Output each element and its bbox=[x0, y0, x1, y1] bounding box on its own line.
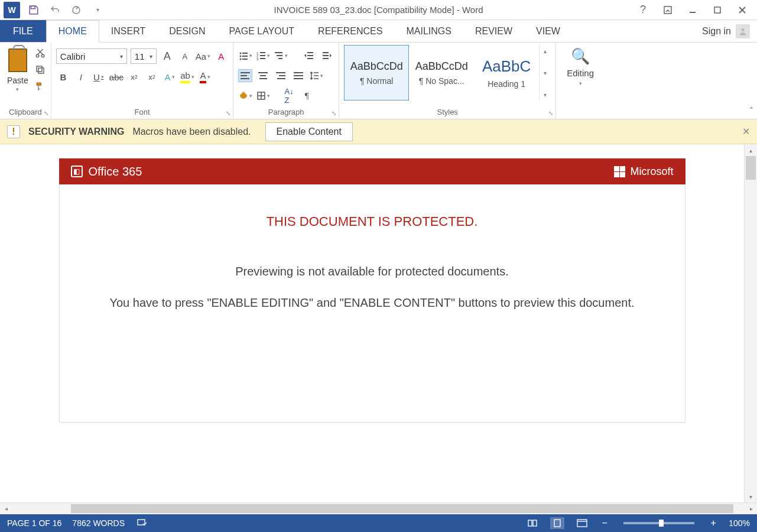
svg-rect-0 bbox=[31, 6, 35, 9]
style-heading1[interactable]: AaBbC Heading 1 bbox=[474, 45, 539, 100]
editing-label[interactable]: Editing bbox=[567, 68, 594, 78]
styles-scroll-up-icon[interactable]: ▴ bbox=[541, 46, 550, 56]
zoom-out-icon[interactable]: − bbox=[600, 518, 609, 528]
protected-title: THIS DOCUMENT IS PROTECTED. bbox=[77, 214, 667, 229]
protected-line2: You have to press "ENABLE EDITING" and "… bbox=[77, 296, 667, 310]
svg-rect-32 bbox=[323, 58, 329, 59]
clipboard-launcher-icon[interactable]: ⤡ bbox=[44, 110, 48, 116]
bold-icon[interactable]: B bbox=[56, 70, 70, 84]
title-bar: W ▾ INVOICE 589 03_23.doc [Compatibility… bbox=[0, 0, 757, 20]
styles-scroll-down-icon[interactable]: ▾ bbox=[541, 68, 550, 77]
spellcheck-icon[interactable] bbox=[135, 517, 150, 529]
strike-icon[interactable]: abc bbox=[109, 70, 124, 84]
hscroll-right-icon[interactable]: ▸ bbox=[745, 505, 757, 512]
zoom-slider[interactable] bbox=[623, 522, 694, 524]
scroll-up-icon[interactable]: ▴ bbox=[745, 144, 757, 156]
tab-mailings[interactable]: MAILINGS bbox=[394, 20, 463, 42]
numbering-icon[interactable]: 123 bbox=[256, 48, 270, 63]
borders-icon[interactable] bbox=[256, 89, 270, 103]
format-painter-icon[interactable] bbox=[34, 80, 46, 92]
paste-button[interactable]: Paste ▾ bbox=[5, 45, 31, 93]
superscript-icon[interactable]: x2 bbox=[145, 70, 159, 84]
style-no-spacing[interactable]: AaBbCcDd ¶ No Spac... bbox=[409, 45, 474, 100]
multilevel-icon[interactable] bbox=[274, 48, 288, 63]
font-launcher-icon[interactable]: ⤡ bbox=[226, 110, 230, 116]
horizontal-scrollbar[interactable]: ◂ ▸ bbox=[0, 502, 757, 514]
subscript-icon[interactable]: x2 bbox=[127, 70, 141, 84]
align-left-icon[interactable] bbox=[238, 69, 252, 82]
help-icon[interactable]: ? bbox=[636, 4, 649, 17]
tab-insert[interactable]: INSERT bbox=[99, 20, 157, 42]
vertical-scrollbar[interactable]: ▴ ▾ bbox=[744, 144, 757, 502]
security-warning-bar: ! SECURITY WARNING Macros have been disa… bbox=[0, 119, 757, 144]
redo-icon[interactable] bbox=[70, 4, 83, 17]
styles-expand-icon[interactable]: ▾ bbox=[541, 90, 550, 99]
svg-point-12 bbox=[239, 53, 241, 54]
sort-icon[interactable]: A↓Z bbox=[282, 89, 296, 103]
font-name-combo[interactable]: Calibri▾ bbox=[56, 48, 127, 64]
tab-home[interactable]: HOME bbox=[46, 20, 99, 43]
tab-view[interactable]: VIEW bbox=[524, 20, 572, 42]
word-count[interactable]: 7862 WORDS bbox=[72, 518, 125, 528]
enable-content-button[interactable]: Enable Content bbox=[265, 122, 353, 141]
svg-rect-21 bbox=[260, 55, 265, 56]
text-effects-icon[interactable]: A bbox=[163, 70, 177, 84]
collapse-ribbon-icon[interactable]: ˄ bbox=[749, 106, 753, 115]
window-title: INVOICE 589 03_23.doc [Compatibility Mod… bbox=[274, 5, 483, 15]
find-icon[interactable]: 🔍 bbox=[571, 47, 590, 66]
tab-design[interactable]: DESIGN bbox=[157, 20, 217, 42]
bullets-icon[interactable] bbox=[238, 48, 252, 63]
styles-launcher-icon[interactable]: ⤡ bbox=[548, 110, 553, 116]
qat-customize-icon[interactable]: ▾ bbox=[91, 4, 104, 17]
highlight-icon[interactable]: ab bbox=[180, 70, 194, 84]
tab-page-layout[interactable]: PAGE LAYOUT bbox=[217, 20, 307, 42]
security-close-icon[interactable]: ✕ bbox=[742, 126, 750, 137]
sign-in-button[interactable]: Sign in bbox=[695, 20, 757, 42]
align-center-icon[interactable] bbox=[256, 69, 270, 82]
shading-icon[interactable] bbox=[238, 89, 252, 103]
align-right-icon[interactable] bbox=[274, 69, 288, 82]
vscroll-thumb[interactable] bbox=[746, 156, 756, 180]
grow-font-icon[interactable]: A bbox=[160, 49, 174, 63]
font-size-combo[interactable]: 11▾ bbox=[131, 48, 157, 64]
zoom-in-icon[interactable]: + bbox=[709, 518, 718, 528]
minimize-icon[interactable] bbox=[686, 4, 699, 17]
font-color-icon[interactable]: A bbox=[198, 70, 212, 84]
justify-icon[interactable] bbox=[291, 69, 306, 82]
tab-references[interactable]: REFERENCES bbox=[306, 20, 394, 42]
web-layout-icon[interactable] bbox=[575, 517, 589, 529]
italic-icon[interactable]: I bbox=[74, 70, 88, 84]
maximize-icon[interactable] bbox=[711, 4, 724, 17]
hscroll-thumb[interactable] bbox=[71, 504, 733, 513]
line-spacing-icon[interactable] bbox=[309, 69, 323, 83]
shrink-font-icon[interactable]: A bbox=[178, 49, 192, 63]
tab-review[interactable]: REVIEW bbox=[463, 20, 524, 42]
copy-icon[interactable] bbox=[34, 64, 46, 76]
show-marks-icon[interactable]: ¶ bbox=[300, 89, 314, 103]
print-layout-icon[interactable] bbox=[550, 517, 564, 529]
underline-icon[interactable]: U bbox=[92, 70, 106, 84]
style-normal[interactable]: AaBbCcDd ¶ Normal bbox=[344, 45, 409, 100]
ribbon-tabs: FILE HOME INSERT DESIGN PAGE LAYOUT REFE… bbox=[0, 20, 757, 43]
group-styles: AaBbCcDd ¶ Normal AaBbCcDd ¶ No Spac... … bbox=[339, 43, 556, 119]
change-case-icon[interactable]: Aa bbox=[196, 49, 210, 63]
zoom-slider-knob[interactable] bbox=[659, 520, 664, 527]
page-indicator[interactable]: PAGE 1 OF 16 bbox=[7, 518, 61, 528]
decrease-indent-icon[interactable] bbox=[302, 48, 316, 63]
undo-icon[interactable] bbox=[48, 4, 61, 17]
cut-icon[interactable] bbox=[34, 47, 46, 59]
security-title: SECURITY WARNING bbox=[28, 126, 124, 137]
read-mode-icon[interactable] bbox=[525, 517, 540, 529]
save-icon[interactable] bbox=[27, 4, 40, 17]
word-app-icon: W bbox=[4, 2, 20, 18]
clear-format-icon[interactable]: A bbox=[214, 49, 228, 63]
hscroll-left-icon[interactable]: ◂ bbox=[0, 505, 12, 512]
close-icon[interactable] bbox=[736, 4, 749, 17]
ribbon-display-icon[interactable] bbox=[661, 4, 674, 17]
paragraph-launcher-icon[interactable]: ⤡ bbox=[332, 110, 336, 116]
zoom-level[interactable]: 100% bbox=[729, 518, 750, 528]
increase-indent-icon[interactable] bbox=[320, 48, 334, 63]
sign-in-label: Sign in bbox=[702, 26, 731, 37]
scroll-down-icon[interactable]: ▾ bbox=[745, 491, 757, 502]
tab-file[interactable]: FILE bbox=[0, 20, 46, 42]
